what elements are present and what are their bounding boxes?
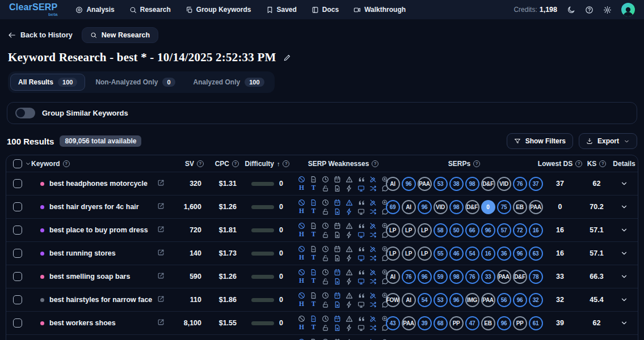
serp-badge[interactable]: LP [418,246,432,261]
serp-badge[interactable]: LP [386,246,400,261]
keyword-text[interactable]: best workers shoes [49,319,116,327]
serp-badge[interactable]: 96 [418,200,432,214]
nav-item-walkthrough[interactable]: Walkthrough [353,6,406,14]
nav-item-saved[interactable]: Saved [266,6,297,14]
user-avatar[interactable] [621,3,635,16]
info-icon[interactable]: ? [372,160,378,167]
help-icon[interactable] [585,6,594,14]
dark-mode-moon-icon[interactable] [567,6,575,14]
details-chevron-icon[interactable] [620,249,628,257]
back-to-history-button[interactable]: Back to History [8,31,73,39]
info-icon[interactable]: ? [599,160,606,167]
row-checkbox[interactable] [13,295,22,304]
serp-badge[interactable]: 76 [402,270,416,284]
serp-badge[interactable]: LP [402,246,416,261]
serp-badge[interactable]: 46 [449,246,464,261]
row-checkbox[interactable] [13,249,22,258]
keyword-text[interactable]: best place to buy prom dress [49,226,148,234]
nav-item-docs[interactable]: Docs [312,6,339,14]
keyword-text[interactable]: best hairstyles for narrow face [49,296,152,304]
serp-badge[interactable]: PAA [497,270,511,284]
keyword-text[interactable]: best headphones motorcycle [49,180,148,188]
serp-badge[interactable]: 98 [465,177,479,191]
serp-badge[interactable]: 66 [465,223,479,237]
serp-badge[interactable]: PAA [402,316,416,330]
details-chevron-icon[interactable] [620,319,628,327]
serp-badge[interactable]: 54 [465,246,479,261]
nav-item-research[interactable]: Research [129,6,171,14]
serp-badge[interactable]: 96 [513,293,527,307]
serp-badge[interactable]: 38 [449,177,464,191]
export-button[interactable]: Export [579,133,637,149]
serp-badge[interactable]: AI [402,293,416,307]
keyword-text[interactable]: best running stores [49,249,116,257]
show-filters-button[interactable]: Show Filters [507,133,573,149]
serp-badge[interactable]: 75 [497,200,511,214]
new-research-button[interactable]: New Research [82,27,158,43]
select-menu-chevron-icon[interactable] [25,160,31,167]
serp-badge[interactable]: 96 [449,293,464,307]
serp-badge[interactable]: 98 [449,270,464,284]
serp-badge[interactable]: 43 [386,316,400,330]
serp-badge[interactable]: D&F [513,270,527,284]
settings-gear-icon[interactable] [603,6,612,14]
serp-badge[interactable]: 76 [465,270,479,284]
serp-badge[interactable]: 59 [433,270,448,284]
serp-badge[interactable]: 76 [513,177,527,191]
edit-pencil-icon[interactable] [283,54,291,62]
serp-badge[interactable]: 58 [433,223,448,237]
row-checkbox[interactable] [13,226,22,235]
nav-item-group-keywords[interactable]: Group Keywords [186,6,251,14]
info-icon[interactable]: ? [63,160,70,167]
row-checkbox[interactable] [13,179,22,188]
serp-badge[interactable]: 96 [418,270,432,284]
serp-badge[interactable]: 0 [481,200,495,214]
serp-badge[interactable]: 96 [481,223,495,237]
serp-badge[interactable]: 55 [433,246,448,261]
serp-badge[interactable]: 47 [465,316,479,330]
serp-badge[interactable]: VID [497,177,511,191]
info-icon[interactable]: ? [283,160,289,167]
info-icon[interactable]: ? [232,160,239,167]
serp-badge[interactable]: 50 [449,223,464,237]
info-icon[interactable]: ? [473,160,480,167]
external-link-icon[interactable] [157,226,165,233]
serp-badge[interactable]: LP [402,223,416,237]
group-similar-toggle[interactable] [15,108,35,118]
serp-badge[interactable]: 72 [513,223,527,237]
details-chevron-icon[interactable] [620,180,628,188]
nav-item-analysis[interactable]: Analysis [75,6,114,14]
details-chevron-icon[interactable] [620,203,628,211]
tab-analyzed-only[interactable]: Analyzed Only100 [186,74,272,91]
info-icon[interactable]: ? [197,160,204,167]
serp-badge[interactable]: 53 [433,293,448,307]
serp-badge[interactable]: 16 [481,246,495,261]
keyword-text[interactable]: best hair dryers for 4c hair [49,203,139,211]
serp-badge[interactable]: 54 [418,293,432,307]
serp-badge[interactable]: EB [513,200,527,214]
external-link-icon[interactable] [157,295,165,303]
external-link-icon[interactable] [157,249,165,256]
tab-non-analyzed-only[interactable]: Non-Analyzed Only0 [87,74,183,91]
row-checkbox[interactable] [13,272,22,281]
serp-badge[interactable]: 36 [497,246,511,261]
serp-badge[interactable]: LP [418,223,432,237]
clearserp-logo[interactable]: ClearSERP beta [9,3,57,17]
serp-badge[interactable]: AI [386,177,400,191]
details-chevron-icon[interactable] [620,296,628,304]
serp-badge[interactable]: 96 [513,246,527,261]
serp-badge[interactable]: VID [433,200,448,214]
select-all-checkbox[interactable] [13,159,22,168]
external-link-icon[interactable] [157,272,165,279]
serp-badge[interactable]: FOW [386,293,400,307]
serp-badge[interactable]: 96 [497,316,511,330]
serp-badge[interactable]: LP [386,223,400,237]
serp-badge[interactable]: 57 [497,223,511,237]
serp-badge[interactable]: D&F [465,200,479,214]
serp-badge[interactable]: PP [513,316,527,330]
tab-all-results[interactable]: All Results100 [10,74,85,91]
column-difficulty[interactable]: Difficulty↑? [239,160,296,168]
keyword-text[interactable]: best smelling soap bars [49,273,130,280]
serp-badge[interactable]: PAA [418,177,432,191]
serp-badge[interactable]: AI [386,270,400,284]
